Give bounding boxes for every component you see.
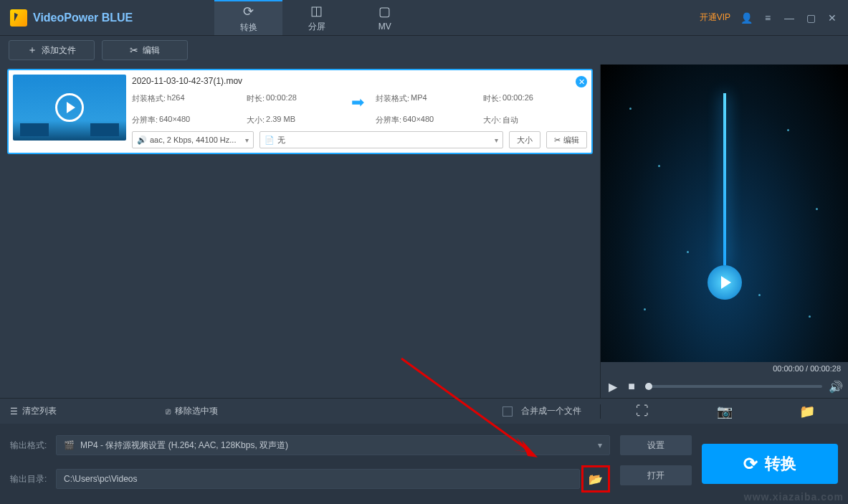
remove-selected-button[interactable]: ⎚ 移除选中项 — [166, 405, 218, 417]
settings-button[interactable]: 设置 — [620, 435, 692, 455]
user-icon[interactable]: 👤 — [740, 12, 752, 24]
src-duration: 00:00:28 — [266, 93, 297, 112]
arrow-right-icon: ➡ — [340, 93, 376, 112]
convert-button[interactable]: ⟳ 转换 — [702, 444, 838, 484]
file-list: 2020-11-03-10-42-37(1).mov ✕ 封装格式: h264 … — [0, 65, 600, 398]
dst-format: MP4 — [411, 93, 427, 112]
list-actions-bar: ☰ 清空列表 ⎚ 移除选中项 合并成一个文件 ⛶ 📷 📁 — [0, 398, 848, 424]
video-icon: 🎬 — [64, 440, 75, 450]
dst-format-label: 封装格式: — [376, 93, 409, 112]
remove-icon: ⎚ — [166, 406, 171, 417]
tab-split[interactable]: ◫ 分屏 — [282, 0, 351, 35]
plus-icon: ＋ — [27, 44, 37, 57]
camera-icon[interactable]: 📷 — [718, 404, 732, 419]
src-size-label: 大小: — [247, 115, 265, 125]
preview-canvas[interactable] — [601, 65, 848, 362]
merge-checkbox[interactable]: 合并成一个文件 — [502, 405, 581, 417]
crop-icon[interactable]: ⛶ — [635, 404, 649, 419]
add-file-button[interactable]: ＋ 添加文件 — [9, 40, 95, 60]
browse-folder-button[interactable]: 📂 — [583, 469, 608, 489]
toolbar: ＋ 添加文件 ✂ 编辑 — [0, 36, 848, 65]
time-display: 00:00:00 / 00:00:28 — [601, 362, 848, 375]
app-title: VideoPower BLUE — [33, 11, 133, 24]
watermark: www.xiazaiba.com — [744, 491, 844, 503]
tab-mv[interactable]: ▢ MV — [351, 0, 419, 35]
seek-slider[interactable] — [645, 385, 822, 388]
dst-size: 自动 — [502, 115, 518, 125]
volume-icon[interactable]: 🔊 — [831, 381, 841, 391]
chevron-down-icon: ▾ — [598, 440, 602, 450]
refresh-icon: ⟳ — [743, 454, 758, 474]
maximize-icon[interactable]: ▢ — [805, 12, 816, 24]
checkbox-icon — [502, 406, 513, 417]
dst-res-label: 分辨率: — [376, 115, 401, 125]
clear-list-button[interactable]: ☰ 清空列表 — [10, 405, 57, 417]
dst-duration: 00:00:26 — [502, 93, 533, 112]
speaker-icon: 🔊 — [137, 135, 147, 145]
output-format-label: 输出格式: — [10, 439, 50, 452]
minimize-icon[interactable]: — — [783, 12, 795, 24]
tv-icon: ▢ — [378, 4, 391, 19]
chevron-down-icon: ▾ — [245, 136, 249, 144]
menu-icon[interactable]: ≡ — [762, 12, 773, 24]
particles-decoration — [601, 65, 848, 362]
scissors-icon: ✂ — [130, 44, 138, 56]
thumbnail[interactable] — [13, 75, 126, 141]
output-bar: 输出格式: 🎬 MP4 - 保持源视频设置 (H.264; AAC, 128Kb… — [0, 424, 848, 504]
filename: 2020-11-03-10-42-37(1).mov — [132, 76, 242, 87]
vip-link[interactable]: 开通VIP — [700, 11, 730, 24]
remove-item-button[interactable]: ✕ — [576, 76, 587, 87]
highlight-annotation: 📂 — [581, 465, 610, 493]
audio-select[interactable]: 🔊 aac, 2 Kbps, 44100 Hz... ▾ — [132, 131, 254, 148]
src-duration-label: 时长: — [247, 93, 265, 112]
output-dir-label: 输出目录: — [10, 473, 50, 485]
dst-duration-label: 时长: — [483, 93, 501, 112]
open-button[interactable]: 打开 — [620, 465, 692, 485]
play-icon — [55, 93, 84, 122]
subtitle-icon: 📄 — [265, 135, 275, 145]
scissors-icon: ✂ — [554, 135, 561, 145]
src-res-label: 分辨率: — [132, 115, 158, 125]
src-format-label: 封装格式: — [132, 93, 166, 112]
player-controls: ▶ ■ 🔊 — [601, 375, 848, 398]
nav-tabs: ⟳ 转换 ◫ 分屏 ▢ MV — [214, 0, 419, 35]
list-icon: ☰ — [10, 406, 18, 417]
subtitle-select[interactable]: 📄 无 ▾ — [259, 131, 503, 148]
main-area: 2020-11-03-10-42-37(1).mov ✕ 封装格式: h264 … — [0, 65, 848, 398]
size-button[interactable]: 大小 — [509, 131, 540, 148]
split-icon: ◫ — [310, 3, 323, 19]
window-controls: 开通VIP 👤 ≡ — ▢ ✕ — [700, 11, 848, 24]
src-format: h264 — [167, 93, 184, 112]
refresh-icon: ⟳ — [243, 4, 254, 19]
dst-size-label: 大小: — [483, 115, 501, 125]
edit-button[interactable]: ✂ 编辑 — [102, 40, 188, 60]
play-button[interactable]: ▶ — [608, 381, 618, 391]
folder-icon[interactable]: 📁 — [800, 404, 814, 419]
chevron-down-icon: ▾ — [495, 136, 498, 144]
output-format-select[interactable]: 🎬 MP4 - 保持源视频设置 (H.264; AAC, 128Kbps, 双声… — [56, 435, 610, 455]
tab-convert[interactable]: ⟳ 转换 — [214, 0, 282, 35]
src-res: 640×480 — [159, 115, 190, 125]
preview-panel: 00:00:00 / 00:00:28 ▶ ■ 🔊 — [600, 65, 848, 398]
src-size: 2.39 MB — [266, 115, 295, 125]
file-details: 2020-11-03-10-42-37(1).mov ✕ 封装格式: h264 … — [132, 75, 587, 148]
bolt-icon — [10, 9, 27, 27]
app-logo: VideoPower BLUE — [0, 9, 143, 27]
close-icon[interactable]: ✕ — [826, 12, 838, 24]
item-edit-button[interactable]: ✂ 编辑 — [546, 131, 587, 148]
stop-button[interactable]: ■ — [627, 381, 637, 391]
file-item[interactable]: 2020-11-03-10-42-37(1).mov ✕ 封装格式: h264 … — [7, 69, 593, 154]
output-dir-input[interactable]: C:\Users\pc\Videos — [56, 469, 580, 489]
titlebar: VideoPower BLUE ⟳ 转换 ◫ 分屏 ▢ MV 开通VIP 👤 ≡… — [0, 0, 848, 36]
dst-res: 640×480 — [403, 115, 434, 125]
